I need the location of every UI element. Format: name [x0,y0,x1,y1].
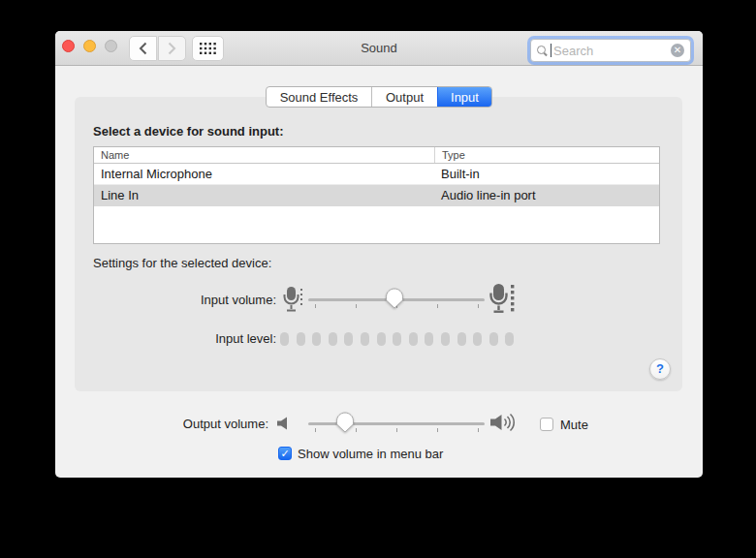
level-segment [297,332,305,346]
level-segment [473,332,482,346]
column-header-name[interactable]: Name [94,147,434,163]
level-segment [457,332,466,346]
mute-checkbox[interactable] [540,418,553,431]
table-header: Name Type [94,147,659,164]
level-segment [441,332,450,346]
show-volume-label: Show volume in menu bar [298,447,443,461]
select-device-label: Select a device for sound input: [93,124,283,139]
level-segment [505,332,514,346]
tab-input[interactable]: Input [437,87,491,107]
input-level-label: Input level: [75,331,276,346]
table-row[interactable]: Internal MicrophoneBuilt-in [94,164,659,185]
level-segment [425,332,433,346]
input-volume-label: Input volume: [75,293,276,307]
settings-label: Settings for the selected device: [93,256,271,270]
speaker-quiet-icon [276,417,290,434]
search-icon [537,46,548,56]
microphone-quiet-icon [283,286,303,317]
show-volume-checkbox[interactable]: ✓ [278,447,292,460]
level-segment [377,332,386,346]
cell-type: Audio line-in port [434,185,536,205]
cell-name: Line In [94,185,434,205]
tab-sound-effects[interactable]: Sound Effects [267,87,371,107]
cell-type: Built-in [434,164,480,184]
input-volume-slider[interactable] [308,288,485,313]
cell-name: Internal Microphone [94,164,434,184]
tab-output[interactable]: Output [371,87,437,107]
column-header-type[interactable]: Type [434,147,465,163]
sound-preferences-window: Sound ✕ Sound Effects Output Input Selec… [55,31,703,478]
mute-label: Mute [560,418,588,432]
slider-thumb[interactable] [335,412,355,433]
level-segment [312,332,321,346]
desktop-background: Sound ✕ Sound Effects Output Input Selec… [0,0,756,558]
output-volume-slider[interactable] [308,412,485,437]
output-volume-label: Output volume: [55,417,268,431]
help-button[interactable]: ? [649,358,671,380]
level-segment [329,332,337,346]
input-tab-panel: Select a device for sound input: Name Ty… [75,97,682,391]
speaker-loud-icon [489,413,517,436]
level-segment [361,332,369,346]
level-segment [393,332,401,346]
device-table-body: Internal MicrophoneBuilt-inLine InAudio … [94,164,659,206]
tab-bar: Sound Effects Output Input [266,86,492,108]
table-row[interactable]: Line InAudio line-in port [94,185,659,206]
clear-search-icon[interactable]: ✕ [671,44,684,57]
level-segment [409,332,418,346]
search-field[interactable]: ✕ [530,39,691,62]
microphone-loud-icon [489,283,516,318]
level-segment [280,332,289,346]
title-bar[interactable]: Sound ✕ [55,31,703,66]
level-segment [489,332,498,346]
slider-thumb[interactable] [385,288,404,309]
input-level-meter [280,332,514,346]
level-segment [344,332,353,346]
search-input[interactable] [551,44,671,58]
device-table: Name Type Internal MicrophoneBuilt-inLin… [93,146,660,244]
